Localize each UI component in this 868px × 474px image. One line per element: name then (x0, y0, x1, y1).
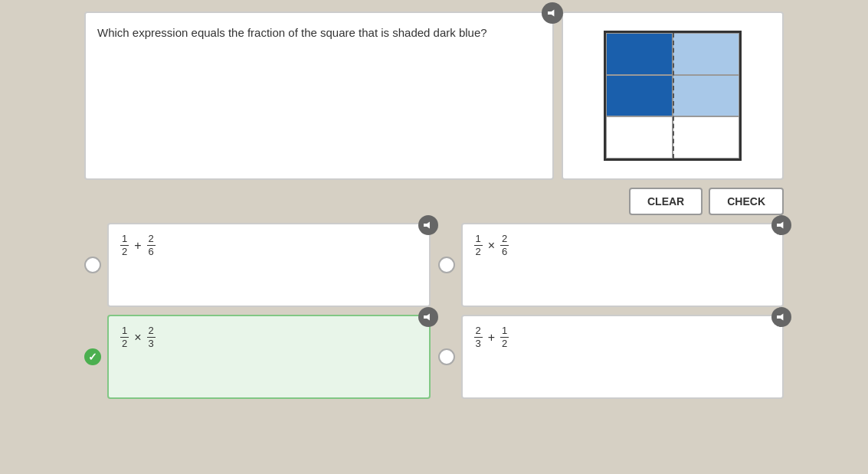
grid-cell-top-left (606, 33, 673, 75)
option-a-wrapper: 1 2 + 2 6 (84, 223, 431, 307)
speaker-icon (548, 9, 557, 17)
clear-button[interactable]: CLEAR (629, 188, 703, 215)
fraction-1-2-c: 1 2 (120, 325, 129, 350)
options-section: 1 2 + 2 6 1 (84, 223, 784, 399)
option-d-wrapper: 2 3 + 1 2 (438, 315, 784, 399)
fraction-2-3-d: 2 3 (474, 325, 483, 350)
fraction-1-2-a: 1 2 (120, 234, 129, 258)
option-d-expression: 2 3 + 1 2 (474, 325, 509, 350)
grid-cell-bot-left (606, 116, 673, 159)
check-button[interactable]: CHECK (709, 188, 784, 215)
speaker-icon-d (777, 313, 786, 321)
option-c-audio-button[interactable] (418, 307, 438, 327)
question-panel: Which expression equals the fraction of … (84, 11, 554, 180)
grid-cell-top-right (673, 33, 739, 75)
question-text: Which expression equals the fraction of … (97, 25, 541, 41)
fraction-2-3-c: 2 3 (147, 325, 156, 350)
speaker-icon-c (424, 313, 433, 321)
option-a-card[interactable]: 1 2 + 2 6 (107, 223, 431, 307)
grid-cell-mid-left (606, 75, 673, 117)
option-a-audio-button[interactable] (418, 215, 438, 235)
fraction-1-2-d: 1 2 (500, 325, 509, 350)
fraction-grid (604, 31, 742, 161)
option-d-radio[interactable] (438, 348, 455, 365)
fraction-2-6-a: 2 6 (147, 234, 156, 258)
grid-cell-bot-right (673, 116, 739, 159)
option-c-expression: 1 2 × 2 3 (120, 325, 156, 350)
option-a-expression: 1 2 + 2 6 (120, 234, 156, 258)
option-b-wrapper: 1 2 × 2 6 (438, 223, 784, 307)
option-d-card[interactable]: 2 3 + 1 2 (461, 315, 784, 399)
speaker-icon-b (777, 221, 786, 229)
action-buttons: CLEAR CHECK (84, 188, 784, 215)
option-d-audio-button[interactable] (771, 307, 791, 327)
option-b-expression: 1 2 × 2 6 (474, 234, 509, 258)
option-c-card[interactable]: 1 2 × 2 3 (107, 315, 431, 399)
option-b-card[interactable]: 1 2 × 2 6 (461, 223, 784, 307)
question-audio-button[interactable] (542, 2, 563, 24)
option-b-audio-button[interactable] (771, 215, 791, 235)
option-b-radio[interactable] (438, 257, 455, 273)
fraction-2-6-b: 2 6 (500, 234, 509, 258)
visual-panel (562, 11, 784, 180)
grid-cell-mid-right (673, 75, 739, 117)
option-c-radio[interactable] (84, 348, 101, 365)
speaker-icon-a (424, 221, 433, 229)
fraction-1-2-b: 1 2 (474, 234, 483, 258)
option-a-radio[interactable] (84, 257, 101, 273)
option-c-wrapper: 1 2 × 2 3 (84, 315, 431, 399)
